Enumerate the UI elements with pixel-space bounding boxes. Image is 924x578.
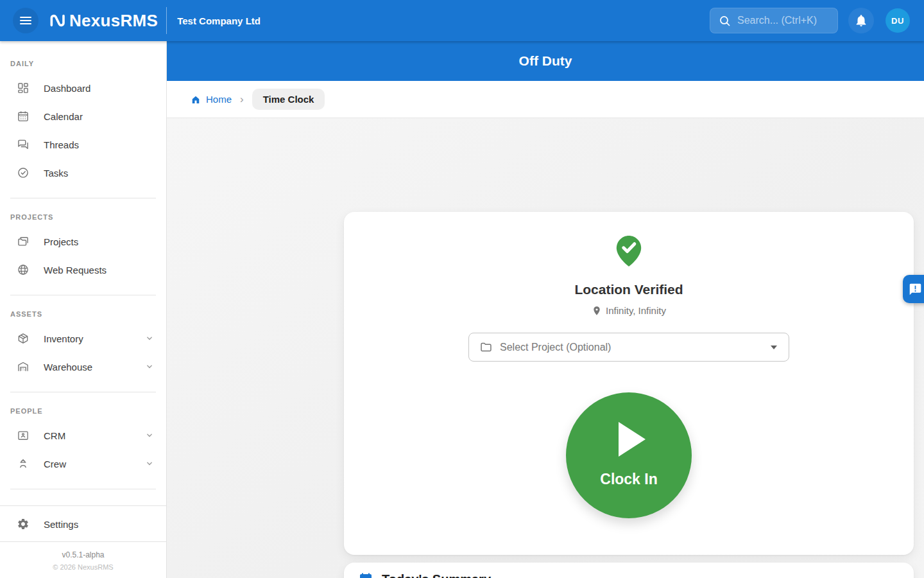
time-clock-card: Location Verified Infinity, Infinity Sel…	[344, 212, 914, 555]
sidebar-item-inventory[interactable]: Inventory	[0, 324, 166, 353]
header-divider	[166, 7, 167, 34]
sidebar-item-label: Settings	[44, 519, 78, 530]
header-actions: DU	[710, 8, 924, 33]
notifications-button[interactable]	[848, 8, 874, 33]
home-icon	[190, 94, 201, 105]
projects-folder-icon	[17, 235, 30, 248]
sidebar-item-calendar[interactable]: Calendar	[0, 102, 166, 130]
app-version: v0.5.1-alpha	[0, 550, 166, 559]
inventory-box-icon	[17, 332, 30, 345]
breadcrumb-home-label: Home	[206, 94, 232, 105]
sidebar-item-label: Web Requests	[44, 265, 107, 276]
play-icon	[619, 422, 646, 457]
clock-in-button[interactable]: Clock In	[566, 392, 692, 518]
avatar-initials: DU	[891, 16, 904, 26]
sidebar-nav: DAILY Dashboard Calendar Threads Tasks P…	[0, 41, 166, 505]
location-verified-pin-icon	[614, 233, 644, 269]
dashboard-icon	[17, 82, 30, 94]
warehouse-icon	[17, 360, 30, 373]
chevron-down-icon	[143, 360, 156, 373]
summary-calendar-icon	[358, 572, 373, 578]
search-icon	[718, 14, 732, 28]
menu-button[interactable]	[13, 8, 38, 33]
crm-contact-card-icon	[17, 429, 30, 442]
sidebar-divider	[10, 392, 156, 392]
calendar-icon	[17, 110, 30, 123]
sidebar-item-tasks[interactable]: Tasks	[0, 159, 166, 187]
duty-status-text: Off Duty	[519, 53, 572, 69]
sidebar-item-label: CRM	[44, 430, 65, 441]
content-scroll-area: Location Verified Infinity, Infinity Sel…	[167, 118, 924, 578]
global-search[interactable]	[710, 8, 838, 33]
project-select-placeholder: Select Project (Optional)	[500, 342, 611, 353]
section-title-assets: ASSETS	[10, 310, 156, 319]
nexus-logo-icon	[46, 10, 66, 31]
sidebar-item-label: Crew	[44, 459, 66, 469]
app-header: NexusRMS Test Company Ltd DU	[0, 0, 924, 41]
clock-in-label: Clock In	[600, 471, 657, 488]
breadcrumb: Home › Time Clock	[167, 81, 924, 118]
sidebar-divider	[10, 198, 156, 198]
sidebar-item-label: Dashboard	[44, 83, 90, 94]
sidebar: DAILY Dashboard Calendar Threads Tasks P…	[0, 41, 167, 578]
user-avatar[interactable]: DU	[886, 8, 910, 33]
crew-hardhat-icon	[17, 457, 30, 470]
sidebar-item-dashboard[interactable]: Dashboard	[0, 74, 166, 102]
threads-icon	[17, 138, 30, 151]
content-column: Location Verified Infinity, Infinity Sel…	[344, 212, 914, 578]
sidebar-item-warehouse[interactable]: Warehouse	[0, 353, 166, 381]
company-name: Test Company Ltd	[177, 15, 261, 26]
location-row: Infinity, Infinity	[344, 305, 914, 316]
sidebar-item-label: Tasks	[44, 168, 68, 179]
sidebar-item-label: Inventory	[44, 333, 83, 344]
summary-title: Today's Summary	[382, 572, 491, 578]
select-caret-icon	[771, 346, 777, 349]
sidebar-item-web-requests[interactable]: Web Requests	[0, 256, 166, 284]
place-pin-icon	[592, 306, 602, 316]
sidebar-item-label: Threads	[44, 139, 79, 150]
project-select[interactable]: Select Project (Optional)	[468, 333, 789, 362]
copyright: © 2026 NexusRMS	[0, 563, 166, 571]
sidebar-divider	[10, 295, 156, 295]
sidebar-item-settings[interactable]: Settings	[0, 510, 166, 538]
section-title-projects: PROJECTS	[10, 213, 156, 222]
brand-name: NexusRMS	[69, 11, 158, 31]
sidebar-settings-block: Settings	[0, 505, 166, 541]
bell-icon	[854, 13, 868, 28]
sidebar-item-crm[interactable]: CRM	[0, 421, 166, 450]
sidebar-item-projects[interactable]: Projects	[0, 227, 166, 256]
location-coordinates: Infinity, Infinity	[606, 305, 666, 316]
gear-icon	[17, 518, 30, 530]
sidebar-item-threads[interactable]: Threads	[0, 130, 166, 159]
sidebar-item-label: Warehouse	[44, 362, 92, 372]
breadcrumb-home-link[interactable]: Home	[190, 94, 232, 105]
section-title-people: PEOPLE	[10, 407, 156, 416]
tasks-icon	[17, 166, 30, 179]
main-area: Off Duty Home › Time Clock Location Veri…	[167, 41, 924, 578]
location-status-title: Location Verified	[344, 282, 914, 297]
chevron-down-icon	[143, 429, 156, 442]
chevron-down-icon	[143, 332, 156, 345]
search-input[interactable]	[737, 15, 831, 26]
globe-icon	[17, 263, 30, 276]
feedback-chat-icon	[909, 283, 922, 296]
sidebar-divider	[10, 489, 156, 489]
chevron-down-icon	[143, 457, 156, 470]
breadcrumb-current: Time Clock	[252, 89, 325, 110]
hamburger-icon	[18, 13, 33, 28]
app-logo[interactable]: NexusRMS	[46, 10, 158, 31]
breadcrumb-separator: ›	[240, 93, 244, 106]
sidebar-item-crew[interactable]: Crew	[0, 450, 166, 478]
sidebar-item-label: Calendar	[44, 111, 83, 122]
sidebar-footer: v0.5.1-alpha © 2026 NexusRMS	[0, 541, 166, 578]
section-title-daily: DAILY	[10, 59, 156, 68]
folder-icon	[479, 340, 493, 354]
duty-status-banner: Off Duty	[167, 41, 924, 81]
sidebar-item-label: Projects	[44, 236, 78, 247]
feedback-tab-button[interactable]	[903, 275, 924, 303]
todays-summary-card: Today's Summary	[344, 563, 914, 578]
